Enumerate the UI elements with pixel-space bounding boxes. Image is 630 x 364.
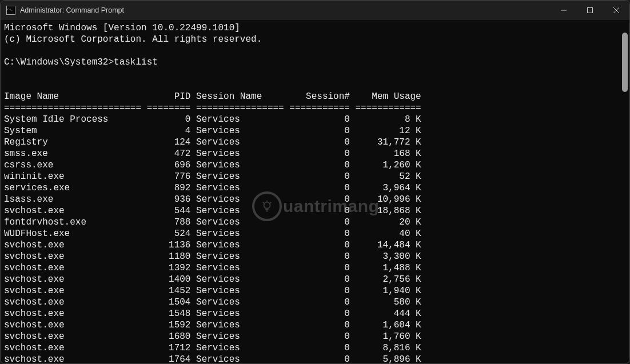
terminal-area[interactable]: Microsoft Windows [Version 10.0.22499.10… [1, 20, 629, 363]
command-prompt-window: C:\_ Administrator: Command Prompt Micro… [0, 0, 630, 364]
minimize-button[interactable] [551, 1, 577, 20]
close-button[interactable] [603, 1, 629, 20]
svg-rect-3 [588, 8, 593, 13]
scrollbar-thumb[interactable] [622, 33, 628, 92]
maximize-button[interactable] [577, 1, 603, 20]
window-title: Administrator: Command Prompt [20, 6, 124, 14]
app-icon: C:\_ [6, 6, 15, 15]
terminal-output: Microsoft Windows [Version 10.0.22499.10… [1, 20, 629, 363]
window-controls [551, 1, 629, 20]
svg-text:C:\_: C:\_ [7, 8, 13, 11]
titlebar[interactable]: C:\_ Administrator: Command Prompt [1, 1, 629, 20]
